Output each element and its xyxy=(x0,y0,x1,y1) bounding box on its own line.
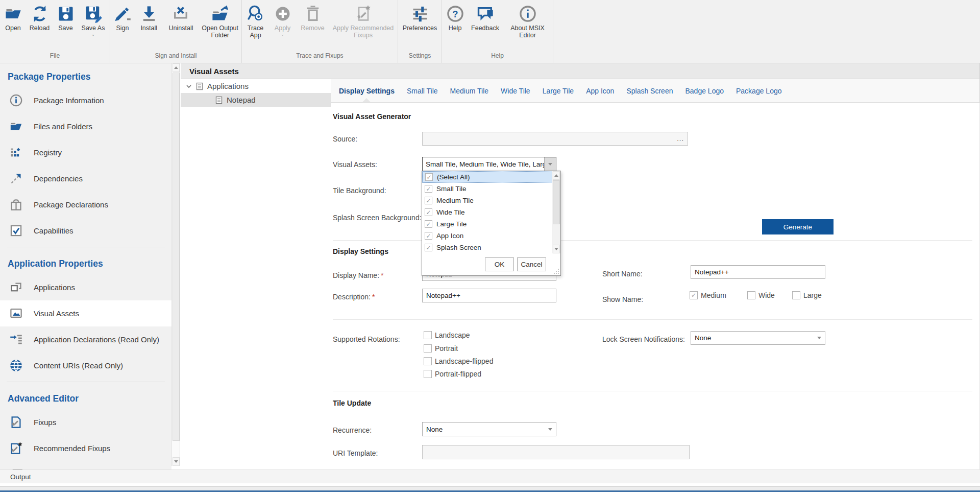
reload-button[interactable]: Reload xyxy=(26,4,54,32)
checkbox-checked-icon[interactable] xyxy=(425,173,433,181)
sidebar-item-capabilities[interactable]: Capabilities xyxy=(0,218,172,244)
tab-medium-tile[interactable]: Medium Tile xyxy=(444,79,495,102)
checkbox-icon[interactable] xyxy=(792,291,800,299)
option-small-tile[interactable]: Small Tile xyxy=(422,183,560,195)
uninstall-button[interactable]: Uninstall xyxy=(163,4,199,32)
uri-template-input[interactable] xyxy=(422,445,690,459)
tab-package-logo[interactable]: Package Logo xyxy=(730,79,788,102)
remove-button[interactable]: Remove xyxy=(297,4,329,32)
sidebar-item-files-and-folders[interactable]: Files and Folders xyxy=(0,113,172,139)
sidebar-item-package-declarations[interactable]: Package Declarations xyxy=(0,192,172,218)
tab-small-tile[interactable]: Small Tile xyxy=(401,79,444,102)
sidebar-item-package-information[interactable]: Package Information xyxy=(0,87,172,113)
save-as-chevron-icon[interactable]: ⌄ xyxy=(91,33,95,36)
ok-button[interactable]: OK xyxy=(485,257,514,271)
cancel-button[interactable]: Cancel xyxy=(517,257,546,271)
show-name-medium-checkbox[interactable]: Medium xyxy=(690,291,726,299)
option-splash-screen[interactable]: Splash Screen xyxy=(422,242,560,253)
feedback-button[interactable]: Feedback xyxy=(467,4,504,32)
chevron-down-icon[interactable] xyxy=(186,83,192,89)
checkbox-checked-icon[interactable] xyxy=(425,197,432,204)
tree-node-notepad[interactable]: Notepad xyxy=(181,93,331,107)
checkbox-checked-icon[interactable] xyxy=(425,232,432,240)
sign-button[interactable]: Sign xyxy=(110,4,135,32)
about-msix-editor-button[interactable]: About MSIX Editor xyxy=(504,4,552,39)
save-button[interactable]: Save xyxy=(54,4,78,32)
rotation-portrait-flipped-checkbox[interactable]: Portrait-flipped xyxy=(424,370,481,378)
install-button[interactable]: Install xyxy=(135,4,163,32)
open-button[interactable]: Open xyxy=(1,4,26,32)
sidebar-item-content-uris[interactable]: Content URIs (Read Only) xyxy=(0,353,172,379)
sidebar-item-app-manifest[interactable]: App Manifest (Read Only) xyxy=(0,461,172,469)
lock-screen-notifications-select[interactable]: None xyxy=(691,331,825,345)
sidebar-item-registry[interactable]: Registry xyxy=(0,139,172,166)
resize-grip-icon[interactable] xyxy=(553,268,559,274)
tab-display-settings[interactable]: Display Settings xyxy=(333,79,401,102)
apply-recommended-fixups-button[interactable]: Apply Recommended Fixups xyxy=(329,4,398,39)
option-medium-tile[interactable]: Medium Tile xyxy=(422,195,560,206)
scrollbar-down-button[interactable] xyxy=(173,457,180,466)
show-name-wide-checkbox[interactable]: Wide xyxy=(747,291,775,299)
tab-wide-tile[interactable]: Wide Tile xyxy=(495,79,536,102)
option-select-all[interactable]: (Select All) xyxy=(422,171,560,183)
scrollbar-up-button[interactable] xyxy=(553,171,560,180)
checkbox-icon[interactable] xyxy=(424,357,432,365)
browse-button[interactable]: ... xyxy=(677,135,684,143)
sidebar-item-application-declarations[interactable]: Application Declarations (Read Only) xyxy=(0,326,172,353)
scrollbar-up-button[interactable] xyxy=(173,63,180,72)
checkbox-checked-icon[interactable] xyxy=(425,185,432,193)
popup-scrollbar[interactable] xyxy=(552,171,560,253)
trace-app-icon xyxy=(247,5,265,23)
tile-update-title: Tile Update xyxy=(333,399,371,407)
rotation-landscape-checkbox[interactable]: Landscape xyxy=(424,331,470,339)
checkbox-checked-icon[interactable] xyxy=(425,244,432,251)
sidebar-item-fixups[interactable]: Fixups xyxy=(0,409,172,435)
sidebar-item-applications[interactable]: Applications xyxy=(0,274,172,300)
sidebar-scrollbar[interactable] xyxy=(172,63,180,466)
rotation-landscape-flipped-checkbox[interactable]: Landscape-flipped xyxy=(424,357,493,365)
scrollbar-down-button[interactable] xyxy=(553,245,560,253)
display-settings-panel: Visual Asset Generator Source: ... Visua… xyxy=(331,103,980,469)
sidebar-item-label: Capabilities xyxy=(34,226,74,235)
save-as-button[interactable]: Save As ⌄ xyxy=(78,4,109,36)
rotation-portrait-checkbox[interactable]: Portrait xyxy=(424,344,458,353)
output-bar[interactable]: Output xyxy=(0,469,980,483)
checkbox-checked-icon[interactable] xyxy=(425,220,432,228)
sidebar-item-visual-assets[interactable]: Visual Assets xyxy=(0,300,172,326)
source-input[interactable]: ... xyxy=(422,132,688,146)
short-name-input[interactable]: Notepad++ xyxy=(691,265,825,279)
show-name-large-checkbox[interactable]: Large xyxy=(792,291,822,299)
scrollbar-thumb[interactable] xyxy=(173,73,180,441)
checkbox-icon[interactable] xyxy=(424,331,432,339)
tree-node-applications[interactable]: Applications xyxy=(181,79,331,93)
open-output-folder-icon xyxy=(211,5,229,23)
tab-large-tile[interactable]: Large Tile xyxy=(536,79,580,102)
visual-assets-dropdown-button[interactable] xyxy=(544,157,556,171)
apply-button[interactable]: Apply ⌄ xyxy=(269,4,297,36)
sidebar-item-recommended-fixups[interactable]: Recommended Fixups xyxy=(0,435,172,461)
sidebar-item-dependencies[interactable]: Dependencies xyxy=(0,166,172,192)
generate-button[interactable]: Generate xyxy=(762,219,834,234)
trace-app-button[interactable]: Trace App xyxy=(242,4,269,39)
required-marker: * xyxy=(381,271,383,279)
tab-badge-logo[interactable]: Badge Logo xyxy=(679,79,730,102)
display-name-label-text: Display Name: xyxy=(333,271,379,279)
checkbox-checked-icon[interactable] xyxy=(690,291,698,299)
preferences-button[interactable]: Preferences xyxy=(400,4,440,32)
scrollbar-thumb[interactable] xyxy=(553,180,560,224)
option-app-icon[interactable]: App Icon xyxy=(422,230,560,242)
tab-splash-screen[interactable]: Splash Screen xyxy=(620,79,679,102)
tab-app-icon[interactable]: App Icon xyxy=(580,79,620,102)
checkbox-icon[interactable] xyxy=(424,344,432,353)
recurrence-select[interactable]: None xyxy=(422,422,556,436)
checkbox-icon[interactable] xyxy=(747,291,755,299)
visual-assets-combo[interactable]: Small Tile, Medium Tile, Wide Tile, Larg… xyxy=(422,157,556,171)
open-output-folder-button[interactable]: Open Output Folder xyxy=(199,4,241,39)
checkbox-checked-icon[interactable] xyxy=(425,208,432,216)
tree-node-label: Notepad xyxy=(227,96,256,104)
description-input[interactable]: Notepad++ xyxy=(422,289,556,302)
option-large-tile[interactable]: Large Tile xyxy=(422,218,560,230)
help-button[interactable]: ? Help xyxy=(444,4,467,32)
option-wide-tile[interactable]: Wide Tile xyxy=(422,206,560,218)
checkbox-icon[interactable] xyxy=(424,370,432,378)
